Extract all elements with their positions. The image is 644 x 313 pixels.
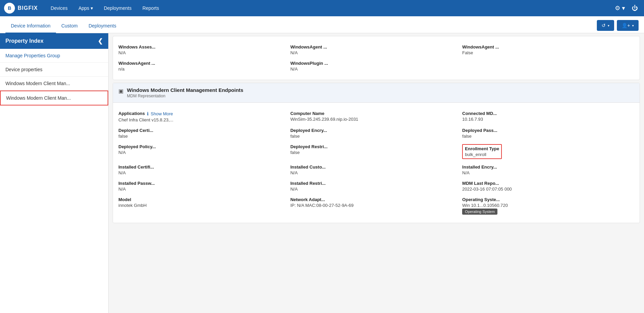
prop-enrollment-type: Enrollment Type bulk_enroll xyxy=(462,141,634,162)
sidebar-item-manage-properties[interactable]: Manage Properties Group xyxy=(0,49,108,63)
prop-connected-md: Connected MD... 10.16.7.93 xyxy=(462,108,634,125)
prop-applications: Applications ℹ Show More Chef Infra Clie… xyxy=(118,108,290,125)
nav-items: Devices Apps ▾ Deployments Reports xyxy=(46,3,613,14)
nav-devices[interactable]: Devices xyxy=(46,3,72,14)
assign-dropdown-arrow: ▾ xyxy=(632,24,634,27)
tab-custom[interactable]: Custom xyxy=(56,19,83,33)
refresh-button[interactable]: ↺ ▾ xyxy=(597,20,614,31)
sidebar-item-wmcm-2[interactable]: Windows Modern Client Man... xyxy=(0,91,108,105)
prop-operating-syste: Operating Syste... Win 10.1...0.10560.72… xyxy=(462,194,634,217)
brand-name: BIGFIX xyxy=(18,5,38,11)
assign-button[interactable]: 👤+ ▾ xyxy=(617,20,639,31)
nav-right: ⚙ ▾ ⏻ xyxy=(613,3,640,13)
show-more-link[interactable]: Show More xyxy=(151,111,173,116)
operating-system-tooltip: Operating System xyxy=(462,209,497,215)
sidebar-item-wmcm-1[interactable]: Windows Modern Client Man... xyxy=(0,77,108,91)
top-nav: B BIGFIX Devices Apps ▾ Deployments Repo… xyxy=(0,0,644,16)
mdm-section-card: ▣ Windows Modern Client Management Endpo… xyxy=(113,83,640,223)
top-prop-grid: Windows Asses... N/A WindowsAgent ... N/… xyxy=(113,36,640,80)
prop-installed-passw: Installed Passw... N/A xyxy=(118,178,290,194)
mdm-prop-grid: Applications ℹ Show More Chef Infra Clie… xyxy=(113,103,640,223)
section-header: ▣ Windows Modern Client Management Endpo… xyxy=(113,83,640,103)
prop-installed-custo: Installed Custo... N/A xyxy=(290,162,462,178)
prop-installed-encry: Installed Encry... N/A xyxy=(462,162,634,178)
prop-deployed-restri: Deployed Restri... false xyxy=(290,141,462,162)
refresh-icon: ↺ xyxy=(602,23,606,28)
main-layout: Property Index ❮ Manage Properties Group… xyxy=(0,33,644,313)
refresh-dropdown-arrow: ▾ xyxy=(608,24,609,27)
enrollment-highlight-box: Enrollment Type bulk_enroll xyxy=(462,144,502,159)
settings-icon[interactable]: ⚙ ▾ xyxy=(613,3,627,13)
sidebar: Property Index ❮ Manage Properties Group… xyxy=(0,33,109,313)
prop-windowsagent-3: WindowsAgent ... n/a xyxy=(118,58,290,74)
sidebar-collapse-button[interactable]: ❮ xyxy=(98,37,103,45)
prop-installed-certifi: Installed Certifi... N/A xyxy=(118,162,290,178)
sidebar-header: Property Index ❮ xyxy=(0,33,108,49)
prop-installed-restri: Installed Restri... N/A xyxy=(290,178,462,194)
section-title: Windows Modern Client Management Endpoin… xyxy=(127,87,243,93)
section-icon: ▣ xyxy=(118,88,124,94)
section-subtitle: MDM Representation xyxy=(127,94,243,98)
nav-deployments[interactable]: Deployments xyxy=(99,3,136,14)
assign-icon: 👤+ xyxy=(622,23,630,28)
prop-deployed-encry: Deployed Encry... false xyxy=(290,125,462,141)
prop-deployed-certi: Deployed Certi... false xyxy=(118,125,290,141)
power-icon[interactable]: ⏻ xyxy=(630,3,640,13)
prop-windows-asses: Windows Asses... N/A xyxy=(118,42,290,58)
prop-windowsagent-1: WindowsAgent ... N/A xyxy=(290,42,462,58)
prop-computer-name: Computer Name WinSim-35.245.239.69.nip.i… xyxy=(290,108,462,125)
tabs-bar: Device Information Custom Deployments ↺ … xyxy=(0,16,644,33)
info-icon: ℹ xyxy=(147,111,149,116)
prop-mdm-last-repo: MDM Last Repo... 2022-03-16 07:07:05 000 xyxy=(462,178,634,194)
tab-device-information[interactable]: Device Information xyxy=(5,19,56,33)
sidebar-item-device-properties[interactable]: Device properties xyxy=(0,63,108,77)
logo-icon: B xyxy=(4,3,15,14)
prop-windowsagent-2: WindowsAgent ... False xyxy=(462,42,634,58)
sidebar-title: Property Index xyxy=(5,38,43,44)
logo-area: B BIGFIX xyxy=(4,3,38,14)
nav-apps[interactable]: Apps ▾ xyxy=(74,3,98,14)
prop-deployed-pass: Deployed Pass... false xyxy=(462,125,634,141)
nav-reports[interactable]: Reports xyxy=(138,3,164,14)
content-area: Windows Asses... N/A WindowsAgent ... N/… xyxy=(109,33,644,313)
prop-model: Model innotek GmbH xyxy=(118,194,290,217)
top-properties-card: Windows Asses... N/A WindowsAgent ... N/… xyxy=(113,36,640,80)
tab-deployments[interactable]: Deployments xyxy=(83,19,122,33)
prop-windowsplugin: WindowsPlugin ... N/A xyxy=(290,58,462,74)
prop-deployed-policy: Deployed Policy... N/A xyxy=(118,141,290,162)
prop-network-adapt: Network Adapt... IP: N/A MAC:08-00-27-52… xyxy=(290,194,462,217)
